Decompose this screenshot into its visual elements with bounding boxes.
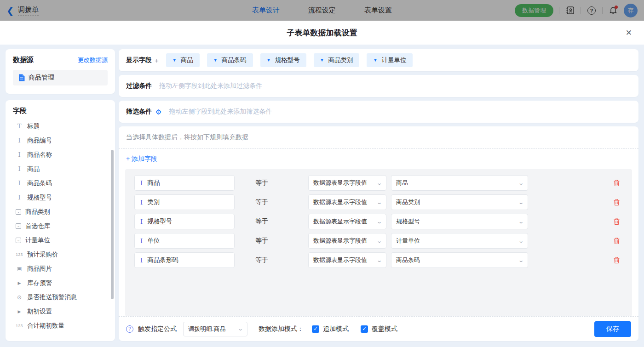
caret-down-icon: ▼ — [213, 58, 218, 63]
notification-bell-icon[interactable] — [608, 6, 618, 16]
field-item[interactable]: ▶库存预警 — [16, 276, 112, 290]
rule-field-value: 类别 — [147, 198, 160, 206]
rule-field-input[interactable]: I商品条形码 — [134, 252, 235, 268]
rule-source-select[interactable]: 数据源表显示字段值⌄ — [308, 175, 386, 191]
add-display-field-icon[interactable]: + — [155, 57, 159, 64]
form-title[interactable]: 调拨单 — [18, 6, 39, 16]
text-field-icon: I — [140, 238, 143, 245]
field-item[interactable]: T标题 — [16, 119, 112, 133]
rule-source-select[interactable]: 数据源表显示字段值⌄ — [308, 194, 386, 210]
chevron-down-icon: ⌄ — [376, 199, 382, 205]
field-item[interactable]: ⊙是否推送预警消息 — [16, 290, 112, 304]
display-fields-card: 显示字段 + ▼商品▼商品条码▼规格型号▼商品类别▼计量单位 — [119, 49, 638, 71]
rule-field-input[interactable]: I商品 — [134, 175, 235, 191]
rules-info-text: 当选择具体数据后，将按如下规则填充数据 — [119, 126, 638, 149]
checkbox-checked-icon[interactable]: ✓ — [361, 325, 368, 333]
rule-row: I商品条形码等于数据源表显示字段值⌄商品条码⌄ — [125, 250, 632, 270]
rule-source-select[interactable]: 数据源表显示字段值⌄ — [308, 214, 386, 229]
field-item[interactable]: 123合计期初数量 — [16, 319, 112, 333]
mode-checkbox-item[interactable]: ✓追加模式 — [312, 325, 349, 333]
screen-condition-placeholder[interactable]: 拖动左侧字段到此处来添加筛选条件 — [169, 108, 272, 116]
rule-value-select[interactable]: 计量单位⌄ — [391, 233, 528, 249]
field-item[interactable]: ⌄计量单位 — [16, 233, 112, 247]
datasource-card: 数据源 更改数据源 商品管理 — [6, 49, 115, 94]
tab-form-design[interactable]: 表单设计 — [252, 6, 280, 15]
rule-source-select[interactable]: 数据源表显示字段值⌄ — [308, 233, 386, 249]
modal-title: 子表单数据加载设置 — [287, 28, 357, 38]
rule-value-select[interactable]: 商品⌄ — [391, 175, 528, 191]
trigger-formula-label: 触发指定公式 — [138, 325, 177, 333]
display-field-tag[interactable]: ▼商品条码 — [207, 53, 253, 67]
field-item[interactable]: 123合计期初总价 — [16, 333, 112, 336]
mode-checkbox-item[interactable]: ✓覆盖模式 — [361, 325, 397, 333]
radio-field-icon: ⊙ — [16, 294, 23, 301]
rule-source-value: 数据源表显示字段值 — [313, 217, 367, 226]
data-add-mode-label: 数据添加模式： — [259, 325, 304, 333]
display-field-tag[interactable]: ▼商品类别 — [314, 53, 360, 67]
field-item[interactable]: ▶期初设置 — [16, 304, 112, 319]
rule-field-input[interactable]: I规格型号 — [134, 214, 235, 229]
rule-source-select[interactable]: 数据源表显示字段值⌄ — [308, 252, 386, 268]
rule-value-select[interactable]: 规格型号⌄ — [391, 214, 528, 229]
checkbox-checked-icon[interactable]: ✓ — [312, 325, 319, 333]
data-manage-button[interactable]: 数据管理 — [515, 4, 553, 17]
number-field-icon: 123 — [16, 252, 23, 257]
chevron-down-icon: ⌄ — [376, 180, 382, 186]
trash-icon[interactable] — [613, 218, 620, 225]
field-item[interactable]: ▣商品图片 — [16, 262, 112, 276]
datasource-item[interactable]: 商品管理 — [13, 70, 108, 85]
field-item[interactable]: 123预计采购价 — [16, 247, 112, 262]
image-field-icon: ▣ — [16, 266, 23, 272]
display-field-tag[interactable]: ▼计量单位 — [367, 53, 413, 67]
rule-field-input[interactable]: I类别 — [134, 194, 235, 210]
fields-scrollbar[interactable] — [111, 150, 114, 299]
mode-checkboxes: ✓追加模式✓覆盖模式 — [308, 325, 397, 333]
help-icon[interactable]: ? — [586, 6, 597, 16]
trash-icon[interactable] — [613, 199, 620, 206]
field-item[interactable]: I商品条码 — [16, 176, 112, 190]
rule-value-select[interactable]: 商品类别⌄ — [391, 194, 528, 210]
tab-flow-setting[interactable]: 流程设定 — [308, 6, 336, 15]
rule-source-value: 数据源表显示字段值 — [313, 237, 367, 245]
tab-form-setting[interactable]: 表单设置 — [364, 6, 392, 15]
field-item[interactable]: I商品名称 — [16, 148, 112, 162]
display-field-tag[interactable]: ▼规格型号 — [260, 53, 306, 67]
modal-header: 子表单数据加载设置 ✕ — [0, 21, 644, 45]
address-book-icon[interactable] — [565, 6, 575, 16]
field-item[interactable]: I规格型号 — [16, 190, 112, 205]
trigger-formula-value: 调拨明细.商品 — [188, 325, 226, 333]
chevron-down-icon: ⌄ — [376, 238, 382, 244]
group-field-icon: ▶ — [16, 309, 23, 314]
trash-icon[interactable] — [613, 237, 620, 245]
trash-icon[interactable] — [613, 256, 620, 264]
change-datasource-link[interactable]: 更改数据源 — [78, 56, 108, 64]
trash-icon[interactable] — [613, 179, 620, 187]
field-item[interactable]: I商品 — [16, 162, 112, 176]
help-circle-icon[interactable]: ? — [126, 325, 133, 333]
divider — [602, 7, 603, 14]
select-field-icon: ⌄ — [16, 238, 21, 243]
avatar[interactable]: 存 — [624, 4, 638, 17]
back-icon[interactable]: ❮ — [6, 6, 14, 15]
field-item[interactable]: I商品编号 — [16, 133, 112, 148]
rule-row: I类别等于数据源表显示字段值⌄商品类别⌄ — [125, 193, 632, 212]
gear-icon[interactable]: ⚙ — [155, 108, 161, 115]
rule-source-value: 数据源表显示字段值 — [313, 198, 367, 206]
field-item[interactable]: ⌄首选仓库 — [16, 219, 112, 233]
filter-condition-placeholder[interactable]: 拖动左侧字段到此处来添加过滤条件 — [159, 82, 262, 90]
add-field-link[interactable]: + 添加字段 — [119, 149, 165, 168]
close-icon[interactable]: ✕ — [626, 28, 632, 38]
mode-checkbox-label: 追加模式 — [323, 325, 349, 333]
rule-value: 规格型号 — [396, 217, 420, 226]
filter-condition-card: 过滤条件 拖动左侧字段到此处来添加过滤条件 — [119, 75, 638, 97]
field-item[interactable]: ⌄商品类别 — [16, 205, 112, 219]
rule-field-input[interactable]: I单位 — [134, 233, 235, 249]
save-button[interactable]: 保存 — [594, 321, 631, 337]
display-field-tag[interactable]: ▼商品 — [166, 53, 200, 67]
trigger-formula-select[interactable]: 调拨明细.商品 ⌄ — [183, 322, 247, 336]
tag-label: 商品条码 — [222, 56, 247, 64]
text-field-icon: I — [16, 194, 23, 201]
rule-value-select[interactable]: 商品条码⌄ — [391, 252, 528, 268]
chevron-down-icon: ⌄ — [518, 219, 524, 225]
field-item-label: 预计采购价 — [27, 250, 58, 259]
